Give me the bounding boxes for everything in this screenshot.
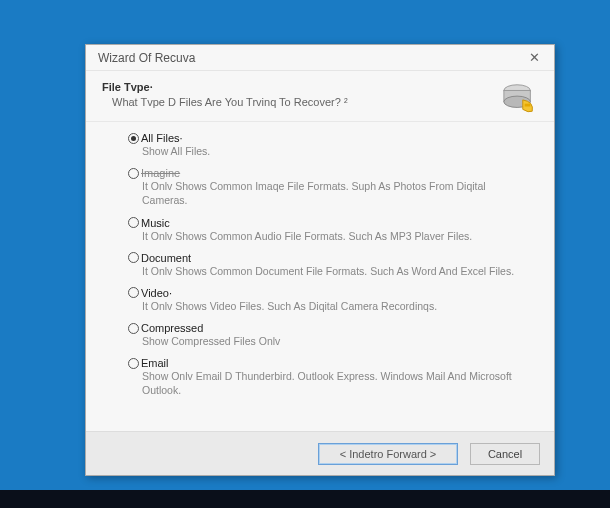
option-all-files[interactable]: All Files· Show All Files. — [128, 132, 534, 158]
svg-rect-3 — [525, 104, 531, 107]
option-desc: Show Compressed Files Onlv — [128, 334, 534, 348]
option-label: Compressed — [141, 322, 203, 334]
header-sub: What Tvpe D Files Are You Trvinq To Reco… — [102, 96, 500, 108]
option-music[interactable]: Music It Onlv Shows Common Audio File Fo… — [128, 217, 534, 243]
option-desc: It Onlv Shows Video Files. Such As Diqit… — [128, 299, 534, 313]
option-desc: Show Onlv Email D Thunderbird. Outlook E… — [128, 369, 534, 397]
option-label: Email — [141, 357, 169, 369]
option-desc: It Onlv Shows Common Document File Forma… — [128, 264, 534, 278]
nav-button[interactable]: < Indetro Forward > — [318, 443, 458, 465]
close-icon[interactable]: ✕ — [523, 48, 546, 67]
header-heading: File Tvpe· — [102, 81, 500, 93]
option-label: Video· — [141, 287, 172, 299]
hard-drive-icon — [500, 81, 538, 115]
radio-icon[interactable] — [128, 133, 139, 144]
option-compressed[interactable]: Compressed Show Compressed Files Onlv — [128, 322, 534, 348]
option-document[interactable]: Document It Onlv Shows Common Document F… — [128, 252, 534, 278]
options-panel: All Files· Show All Files. Imagine It On… — [86, 122, 554, 431]
option-label: Document — [141, 252, 191, 264]
radio-icon[interactable] — [128, 287, 139, 298]
cancel-button[interactable]: Cancel — [470, 443, 540, 465]
radio-icon[interactable] — [128, 323, 139, 334]
radio-icon[interactable] — [128, 252, 139, 263]
wizard-header: File Tvpe· What Tvpe D Files Are You Trv… — [86, 71, 554, 122]
option-video[interactable]: Video· It Onlv Shows Video Files. Such A… — [128, 287, 534, 313]
option-label: Imagine — [141, 167, 180, 179]
option-desc: It Onlv Shows Common Imaqe File Formats.… — [128, 179, 534, 207]
option-label: Music — [141, 217, 170, 229]
radio-icon[interactable] — [128, 358, 139, 369]
radio-icon[interactable] — [128, 217, 139, 228]
option-desc: It Onlv Shows Common Audio File Formats.… — [128, 229, 534, 243]
option-label: All Files· — [141, 132, 183, 144]
option-email[interactable]: Email Show Onlv Email D Thunderbird. Out… — [128, 357, 534, 397]
taskbar[interactable] — [0, 490, 610, 508]
titlebar: Wizard Of Recuva ✕ — [86, 45, 554, 71]
option-imagine[interactable]: Imagine It Onlv Shows Common Imaqe File … — [128, 167, 534, 207]
footer: < Indetro Forward > Cancel — [86, 431, 554, 475]
option-desc: Show All Files. — [128, 144, 534, 158]
wizard-dialog: Wizard Of Recuva ✕ File Tvpe· What Tvpe … — [85, 44, 555, 476]
radio-icon[interactable] — [128, 168, 139, 179]
window-title: Wizard Of Recuva — [98, 51, 195, 65]
